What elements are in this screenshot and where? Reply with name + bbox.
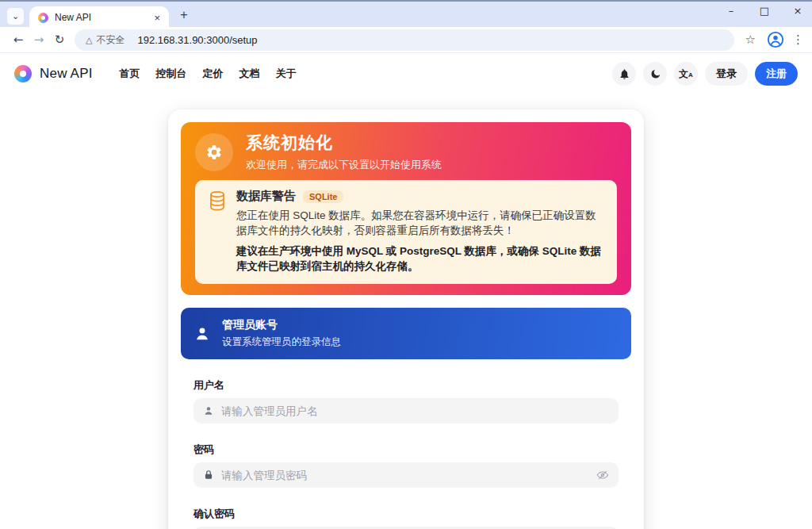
username-input-box[interactable] (193, 398, 619, 424)
tab-search-button[interactable]: ⌄ (7, 8, 24, 25)
window-controls: – □ × (723, 5, 806, 17)
password-input[interactable] (221, 470, 589, 481)
nav-item-pricing[interactable]: 定价 (203, 67, 224, 81)
gear-icon (205, 144, 223, 161)
translate-icon: 文A (679, 69, 693, 79)
lock-icon (203, 470, 214, 481)
setup-card: 系统初始化 欢迎使用，请完成以下设置以开始使用系统 数据库警告 (168, 109, 644, 529)
nav-item-console[interactable]: 控制台 (156, 67, 187, 81)
warning-triangle-icon: △ (86, 35, 92, 45)
register-button[interactable]: 注册 (755, 62, 798, 86)
confirm-password-label: 确认密码 (193, 507, 619, 520)
warning-title: 数据库警告 (236, 189, 296, 204)
user-icon (193, 325, 211, 343)
bookmark-star-icon[interactable]: ☆ (745, 33, 756, 47)
security-chip[interactable]: △ 不安全 (86, 33, 124, 47)
hero-header: 系统初始化 欢迎使用，请完成以下设置以开始使用系统 (195, 132, 617, 172)
admin-account-banner: 管理员账号 设置系统管理员的登录信息 (181, 308, 631, 359)
moon-icon (649, 68, 661, 80)
browser-tabbar: ⌄ New API × + – □ × (0, 0, 812, 27)
chevron-down-icon: ⌄ (12, 11, 19, 21)
back-icon[interactable]: ← (8, 33, 29, 47)
profile-avatar[interactable] (767, 31, 784, 48)
bell-icon (619, 68, 630, 80)
nav-item-home[interactable]: 首页 (120, 67, 140, 81)
admin-banner-subtitle: 设置系统管理员的登录信息 (222, 335, 341, 349)
nav-item-about[interactable]: 关于 (276, 67, 297, 81)
eye-slash-icon (596, 469, 609, 481)
nav-item-docs[interactable]: 文档 (239, 67, 260, 81)
url-text: 192.168.31.90:3000/setup (137, 34, 257, 46)
page-body: New API 首页 控制台 定价 文档 关于 文A 登录 注册 (0, 53, 812, 529)
page-title: 系统初始化 (246, 132, 442, 154)
admin-banner-title: 管理员账号 (222, 318, 341, 332)
maximize-icon[interactable]: □ (756, 5, 772, 17)
username-field-group: 用户名 (193, 378, 619, 424)
admin-banner-text: 管理员账号 设置系统管理员的登录信息 (222, 318, 341, 349)
toggle-password-visibility-button[interactable] (596, 469, 609, 481)
password-label: 密码 (193, 443, 619, 456)
app-logo[interactable] (14, 65, 32, 82)
close-icon[interactable]: × (790, 5, 806, 17)
theme-toggle-button[interactable] (643, 62, 667, 86)
warning-body: 您正在使用 SQLite 数据库。如果您在容器环境中运行，请确保已正确设置数据库… (236, 208, 604, 238)
warning-content: 数据库警告 SQLite 您正在使用 SQLite 数据库。如果您在容器环境中运… (236, 189, 604, 274)
browser-tab[interactable]: New API × (29, 6, 169, 29)
browser-menu-icon[interactable]: ⋮ (792, 33, 804, 47)
database-warning-box: 数据库警告 SQLite 您正在使用 SQLite 数据库。如果您在容器环境中运… (195, 180, 617, 284)
login-button[interactable]: 登录 (705, 62, 748, 86)
init-hero-banner: 系统初始化 欢迎使用，请完成以下设置以开始使用系统 数据库警告 (181, 122, 631, 295)
username-input[interactable] (221, 405, 609, 417)
forward-icon[interactable]: → (29, 33, 49, 47)
minimize-icon[interactable]: – (723, 5, 739, 17)
page-subtitle: 欢迎使用，请完成以下设置以开始使用系统 (246, 158, 442, 172)
gear-icon-badge (195, 133, 233, 171)
security-label: 不安全 (96, 33, 124, 47)
username-label: 用户名 (193, 378, 619, 392)
avatar-icon (767, 31, 784, 48)
warning-title-row: 数据库警告 SQLite (236, 189, 604, 204)
refresh-icon[interactable]: ↻ (49, 33, 70, 47)
hero-text: 系统初始化 欢迎使用，请完成以下设置以开始使用系统 (246, 132, 442, 172)
user-icon (203, 405, 214, 416)
address-bar[interactable]: △ 不安全 192.168.31.90:3000/setup (75, 29, 734, 51)
database-icon (208, 190, 227, 274)
password-input-box[interactable] (193, 462, 619, 488)
main-nav: 首页 控制台 定价 文档 关于 (120, 67, 297, 81)
password-field-group: 密码 (193, 443, 619, 488)
confirm-password-field-group: 确认密码 (193, 507, 619, 529)
tab-close-icon[interactable]: × (151, 12, 163, 24)
warning-advice: 建议在生产环境中使用 MySQL 或 PostgreSQL 数据库，或确保 SQ… (236, 243, 604, 274)
browser-toolbar: ← → ↻ △ 不安全 192.168.31.90:3000/setup ☆ ⋮ (0, 27, 812, 53)
language-button[interactable]: 文A (674, 62, 698, 86)
new-tab-button[interactable]: + (176, 8, 192, 22)
sqlite-badge: SQLite (303, 190, 343, 203)
site-favicon (38, 13, 48, 23)
notifications-button[interactable] (612, 62, 636, 86)
tab-title: New API (55, 12, 151, 23)
site-header: New API 首页 控制台 定价 文档 关于 文A 登录 注册 (0, 53, 812, 94)
header-actions: 文A 登录 注册 (612, 62, 798, 86)
admin-setup-form: 用户名 密码 (181, 378, 631, 529)
brand-name[interactable]: New API (40, 66, 93, 82)
